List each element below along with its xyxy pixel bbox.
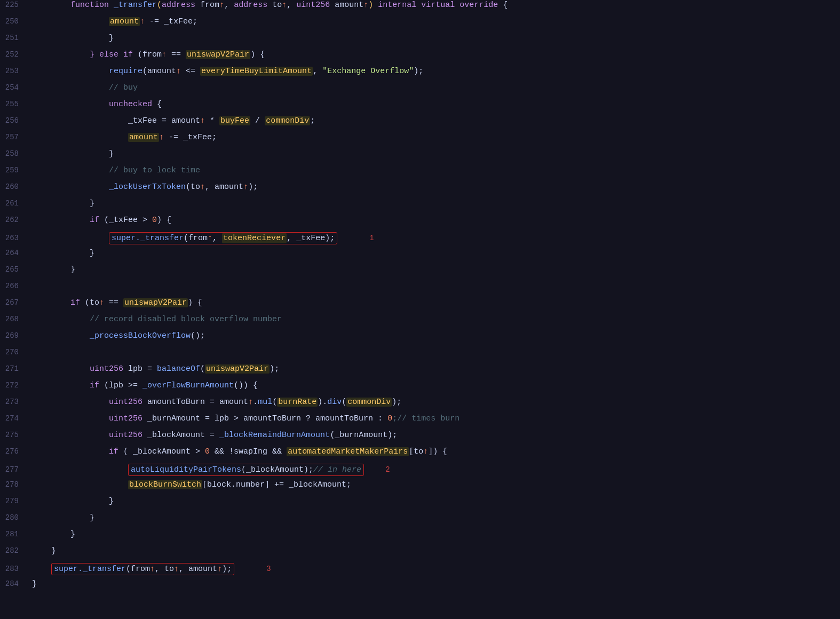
line-content: } [29, 546, 840, 555]
line-content: _processBlockOverflow(); [29, 331, 840, 340]
line-number: 274 [0, 414, 29, 423]
code-line: 263 super._transfer(from↑, tokenReciever… [0, 232, 840, 248]
line-content: // record disabled block overflow number [29, 315, 840, 324]
code-line: 252 } else if (from↑ == uniswapV2Pair) { [0, 50, 840, 66]
line-content: } [29, 513, 840, 522]
code-line: 279 } [0, 496, 840, 513]
code-line: 254 // buy [0, 83, 840, 99]
line-content: autoLiquidityPairTokens(_blockAmount);//… [29, 464, 840, 476]
line-number: 270 [0, 348, 29, 356]
line-content: if (to↑ == uniswapV2Pair) { [29, 298, 840, 307]
line-number: 278 [0, 480, 29, 489]
code-line: 253 require(amount↑ <= everyTimeBuyLimit… [0, 66, 840, 83]
line-number: 275 [0, 431, 29, 439]
line-content: } [29, 530, 840, 539]
line-content: if ( _blockAmount > 0 && !swapIng && aut… [29, 447, 840, 456]
code-line: 276 if ( _blockAmount > 0 && !swapIng &&… [0, 447, 840, 463]
line-number: 268 [0, 315, 29, 323]
line-content: super._transfer(from↑, tokenReciever, _t… [29, 232, 840, 244]
code-line: 284} [0, 579, 840, 596]
line-number: 272 [0, 381, 29, 390]
line-content: } [29, 149, 840, 158]
line-number: 259 [0, 166, 29, 174]
line-number: 279 [0, 497, 29, 505]
line-number: 262 [0, 216, 29, 224]
line-number: 257 [0, 133, 29, 141]
code-line: 268 // record disabled block overflow nu… [0, 314, 840, 331]
line-number: 269 [0, 331, 29, 340]
line-number: 254 [0, 83, 29, 92]
code-line: 275 uint256 _blockAmount = _blockRemaind… [0, 430, 840, 447]
line-number: 284 [0, 580, 29, 588]
line-number: 250 [0, 17, 29, 26]
code-line: 260 _lockUserTxToken(to↑, amount↑); [0, 182, 840, 199]
code-line: 264 } [0, 248, 840, 265]
line-content: amount↑ -= _txFee; [29, 17, 840, 26]
line-content: } [29, 34, 840, 43]
line-content: uint256 amountToBurn = amount↑.mul(burnR… [29, 398, 840, 407]
line-content: } [29, 265, 840, 274]
code-line: 262 if (_txFee > 0) { [0, 215, 840, 232]
line-content: uint256 _blockAmount = _blockRemaindBurn… [29, 431, 840, 440]
line-content: super._transfer(from↑, to↑, amount↑);3 [29, 563, 840, 575]
code-line: 271 uint256 lpb = balanceOf(uniswapV2Pai… [0, 364, 840, 380]
code-line: 267 if (to↑ == uniswapV2Pair) { [0, 298, 840, 314]
line-number: 281 [0, 530, 29, 538]
code-line: 270 [0, 347, 840, 364]
line-number: 225 [0, 1, 29, 9]
line-number: 258 [0, 149, 29, 158]
code-line: 278 blockBurnSwitch[block.number] += _bl… [0, 480, 840, 496]
line-number: 252 [0, 50, 29, 59]
line-content: if (_txFee > 0) { [29, 216, 840, 225]
line-number: 256 [0, 116, 29, 125]
line-number: 283 [0, 565, 29, 573]
code-line: 266 [0, 281, 840, 298]
line-content: } [29, 199, 840, 208]
line-content: if (lpb >= _overFlowBurnAmount()) { [29, 381, 840, 390]
line-number: 255 [0, 100, 29, 108]
code-line: 259 // buy to lock time [0, 165, 840, 182]
line-number: 280 [0, 513, 29, 522]
code-line: 283 super._transfer(from↑, to↑, amount↑)… [0, 562, 840, 579]
line-content: } else if (from↑ == uniswapV2Pair) { [29, 50, 840, 59]
line-number: 277 [0, 465, 29, 474]
code-line: 251 } [0, 33, 840, 50]
line-number: 260 [0, 182, 29, 191]
code-line: 280 } [0, 513, 840, 529]
code-line: 269 _processBlockOverflow(); [0, 331, 840, 347]
line-content: } [29, 249, 840, 258]
line-number: 276 [0, 447, 29, 456]
line-content: } [29, 497, 840, 506]
line-content: unchecked { [29, 100, 840, 109]
code-line: 257 amount↑ -= _txFee; [0, 132, 840, 149]
line-number: 263 [0, 234, 29, 242]
line-content: uint256 lpb = balanceOf(uniswapV2Pair); [29, 364, 840, 374]
line-content: require(amount↑ <= everyTimeBuyLimitAmou… [29, 67, 840, 76]
line-content: // buy [29, 83, 840, 92]
line-content: // buy to lock time [29, 166, 840, 175]
code-line: 281 } [0, 529, 840, 546]
code-line: 250 amount↑ -= _txFee; [0, 17, 840, 33]
code-line: 261 } [0, 199, 840, 215]
line-number: 251 [0, 34, 29, 42]
code-line: 225 function _transfer(address from↑, ad… [0, 0, 840, 17]
line-content: function _transfer(address from↑, addres… [29, 1, 840, 10]
code-line: 265 } [0, 265, 840, 281]
code-editor: 225 function _transfer(address from↑, ad… [0, 0, 840, 619]
line-number: 253 [0, 67, 29, 75]
line-content: uint256 _burnAmount = lpb > amountToBurn… [29, 414, 840, 423]
code-line: 274 uint256 _burnAmount = lpb > amountTo… [0, 414, 840, 430]
code-line: 282 } [0, 546, 840, 562]
code-line: 272 if (lpb >= _overFlowBurnAmount()) { [0, 380, 840, 397]
line-number: 266 [0, 282, 29, 290]
code-line: 273 uint256 amountToBurn = amount↑.mul(b… [0, 397, 840, 414]
code-line: 258 } [0, 149, 840, 165]
line-content: _lockUserTxToken(to↑, amount↑); [29, 182, 840, 192]
code-line: 277 autoLiquidityPairTokens(_blockAmount… [0, 463, 840, 480]
line-number: 265 [0, 265, 29, 274]
line-number: 273 [0, 398, 29, 406]
line-number: 267 [0, 298, 29, 307]
line-content: blockBurnSwitch[block.number] += _blockA… [29, 480, 840, 489]
line-content: _txFee = amount↑ * buyFee / commonDiv; [29, 116, 840, 125]
line-content: amount↑ -= _txFee; [29, 133, 840, 142]
